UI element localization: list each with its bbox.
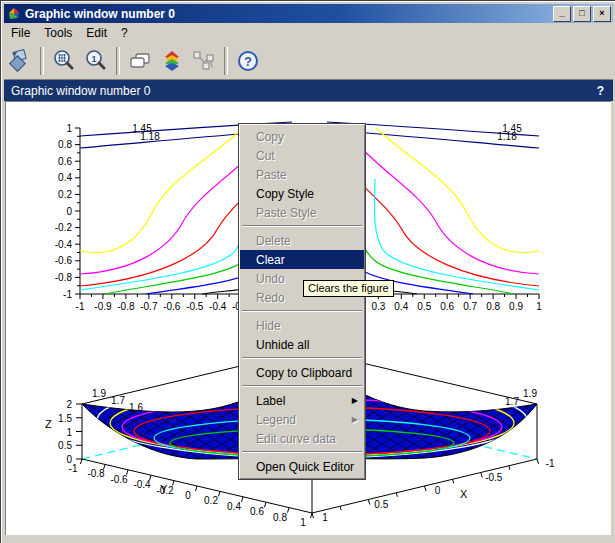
x-tick-label: 0.9 xyxy=(509,301,523,312)
toolbar-separator xyxy=(224,47,228,75)
y-tick-label: -0.8 xyxy=(55,272,73,283)
y-tick-label: 0.2 xyxy=(58,189,72,200)
surface-contour-label: 1.9 xyxy=(523,388,537,399)
submenu-arrow-icon: ▶ xyxy=(352,396,358,405)
infobar-help-icon[interactable]: ? xyxy=(597,84,604,98)
y3d-tick-label: 0.8 xyxy=(273,512,287,523)
y-tick-label: -1 xyxy=(63,289,72,300)
x-tick-label: -0.9 xyxy=(94,301,112,312)
x-tick-label: 0.6 xyxy=(440,301,454,312)
help-button[interactable]: ? xyxy=(233,46,263,76)
y3d-tick-label: 0.4 xyxy=(227,501,241,512)
x-tick-label: 0.7 xyxy=(463,301,477,312)
context-menu-item-cut: Cut xyxy=(240,146,364,165)
menu-separator xyxy=(242,451,362,453)
x-tick-label: -0.8 xyxy=(117,301,135,312)
y3d-tick-label: -0.8 xyxy=(87,468,105,479)
y3d-tick-label: -1 xyxy=(69,463,78,474)
menu-file[interactable]: File xyxy=(4,24,37,42)
surface-contour-label: 1.6 xyxy=(129,402,143,413)
y-tick-label: 1 xyxy=(66,123,72,134)
toolbar: 1 xyxy=(4,43,613,80)
menu-help[interactable]: ? xyxy=(114,24,135,42)
context-menu-item-clear[interactable]: Clear xyxy=(240,250,364,269)
context-menu-item-legend: Legend▶ xyxy=(240,410,364,429)
graphics-editor-button[interactable] xyxy=(157,46,187,76)
context-menu-item-copy-style[interactable]: Copy Style xyxy=(240,184,364,203)
clear-tooltip: Clears the figure xyxy=(303,280,394,297)
menu-separator xyxy=(242,357,362,359)
help-icon: ? xyxy=(236,49,260,73)
y-tick-label: 0.6 xyxy=(58,156,72,167)
context-menu-item-copy: Copy xyxy=(240,127,364,146)
menu-separator xyxy=(242,225,362,227)
y3d-tick-label: -0.6 xyxy=(110,474,128,485)
y-tick-label: 0.8 xyxy=(58,139,72,150)
z-tick-label: 2 xyxy=(66,399,72,410)
x-tick-label: 0.3 xyxy=(371,301,385,312)
console-dialogs-button[interactable] xyxy=(125,46,155,76)
figure-infobar: Graphic window number 0 ? xyxy=(4,80,613,101)
x3d-tick-label: -1 xyxy=(546,458,555,469)
menu-edit[interactable]: Edit xyxy=(79,24,114,42)
x-tick-label: -1 xyxy=(76,301,85,312)
context-menu-item-paste: Paste xyxy=(240,165,364,184)
surface-contour-label: 1.9 xyxy=(92,388,106,399)
minimize-button[interactable]: _ xyxy=(553,6,571,22)
x-tick-label: -0.5 xyxy=(186,301,204,312)
x-tick-label: -0.4 xyxy=(209,301,227,312)
ged-diamond-icon xyxy=(160,49,184,73)
y-tick-label: -0.4 xyxy=(55,239,73,250)
context-menu-item-label[interactable]: Label▶ xyxy=(240,391,364,410)
x-tick-label: -0.7 xyxy=(140,301,158,312)
menu-separator xyxy=(242,310,362,312)
menu-tools[interactable]: Tools xyxy=(37,24,79,42)
context-menu-item-delete: Delete xyxy=(240,231,364,250)
graphic-window: Graphic window number 0 _ □ × File Tools… xyxy=(0,0,615,543)
surface-contour-label: 1.7 xyxy=(111,395,125,406)
context-menu-item-unhide-all[interactable]: Unhide all xyxy=(240,335,364,354)
context-menu-item-paste-style: Paste Style xyxy=(240,203,364,222)
toolbar-separator xyxy=(40,47,44,75)
context-menu-item-open-quick-editor[interactable]: Open Quick Editor xyxy=(240,457,364,476)
surface-contour-label: 1.7 xyxy=(505,396,519,407)
zoom-original-button[interactable]: 1 xyxy=(81,46,111,76)
close-button[interactable]: × xyxy=(593,6,611,22)
x-tick-label: 1 xyxy=(536,301,542,312)
toolbar-separator xyxy=(116,47,120,75)
context-menu: CopyCutPasteCopy StylePaste StyleDeleteC… xyxy=(238,123,366,480)
y-axis-label: Y xyxy=(160,483,168,495)
context-menu-item-copy-to-clipboard[interactable]: Copy to Clipboard xyxy=(240,363,364,382)
x-tick-label: 0.8 xyxy=(486,301,500,312)
titlebar: Graphic window number 0 _ □ × xyxy=(4,4,613,23)
x3d-tick-label: 1 xyxy=(322,512,328,523)
rotate-icon xyxy=(8,49,32,73)
y-tick-label: 0 xyxy=(66,206,72,217)
x-axis-label: X xyxy=(460,488,468,500)
y3d-tick-label: 0 xyxy=(185,490,191,501)
zoom-area-icon xyxy=(52,49,76,73)
svg-text:1: 1 xyxy=(91,54,96,64)
y3d-tick-label: 0.2 xyxy=(204,495,218,506)
datatips-button[interactable] xyxy=(189,46,219,76)
dialogs-icon xyxy=(128,49,152,73)
zoom-area-button[interactable] xyxy=(49,46,79,76)
menu-separator xyxy=(242,385,362,387)
scilab-app-icon xyxy=(7,7,21,21)
x-tick-label: 0.5 xyxy=(417,301,431,312)
x-tick-label: 0.4 xyxy=(394,301,408,312)
z-tick-label: 1 xyxy=(66,427,72,438)
window-title: Graphic window number 0 xyxy=(25,7,175,21)
datatips-icon xyxy=(192,49,216,73)
rotate-button[interactable] xyxy=(5,46,35,76)
x3d-tick-label: 0.5 xyxy=(374,499,388,510)
y-tick-label: -0.2 xyxy=(55,222,73,233)
y3d-tick-label: 0.6 xyxy=(250,506,264,517)
maximize-button[interactable]: □ xyxy=(573,6,591,22)
y-tick-label: 0.4 xyxy=(58,172,72,183)
context-menu-item-edit-curve-data: Edit curve data xyxy=(240,429,364,448)
y3d-tick-label: 1 xyxy=(300,517,306,528)
contour-level-label: 1.18 xyxy=(497,131,517,142)
submenu-arrow-icon: ▶ xyxy=(352,415,358,424)
z-axis-label: Z xyxy=(45,418,52,430)
